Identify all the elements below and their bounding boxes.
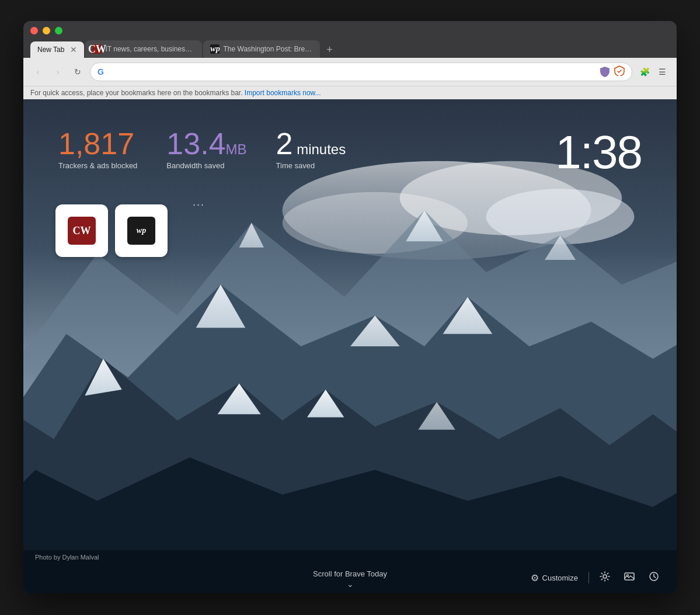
address-bar-row: ‹ › ↻ G 🧩 ☰ <box>23 58 677 86</box>
three-dots-menu[interactable]: ··· <box>193 199 205 211</box>
tab-wp-label: The Washington Post: Breaking New... <box>223 45 313 53</box>
browser-window: New Tab ✕ CW IT news, careers, business … <box>23 21 677 593</box>
customize-button[interactable]: ⚙ Customize <box>525 569 584 587</box>
scroll-brave-today[interactable]: Scroll for Brave Today ⌄ <box>313 569 387 589</box>
stat-bandwidth: 13.4MB Bandwidth saved <box>166 128 246 170</box>
scroll-down-arrow: ⌄ <box>347 579 354 589</box>
scroll-brave-label: Scroll for Brave Today <box>313 569 387 578</box>
clock-icon <box>649 571 659 584</box>
trackers-value: 1,817 <box>58 128 137 159</box>
cw-favicon: CW <box>92 44 102 54</box>
bandwidth-number: 13.4 <box>166 127 225 161</box>
time-value: 2 minutes <box>276 128 346 159</box>
tab-new-tab-label: New Tab <box>37 46 64 54</box>
bookmarks-bar: For quick access, place your bookmarks h… <box>23 86 677 99</box>
new-tab-page: 1,817 Trackers & ads blocked 13.4MB Band… <box>23 99 677 593</box>
back-button[interactable]: ‹ <box>30 64 46 79</box>
forward-button[interactable]: › <box>50 64 65 79</box>
stats-row: 1,817 Trackers & ads blocked 13.4MB Band… <box>58 128 346 170</box>
toolbar-icons: 🧩 ☰ <box>637 64 670 79</box>
stat-time: 2 minutes Time saved <box>276 128 346 170</box>
tab-cw-label: IT news, careers, business technolo... <box>105 45 195 53</box>
settings-button[interactable] <box>594 568 616 588</box>
clock: 1:38 <box>555 126 642 179</box>
cw-site-icon: CW <box>68 217 96 245</box>
speed-dial-wp[interactable]: wp <box>115 204 168 257</box>
stats-overlay: 1,817 Trackers & ads blocked 13.4MB Band… <box>58 128 346 170</box>
bandwidth-value: 13.4MB <box>166 128 246 159</box>
address-input[interactable] <box>107 67 595 77</box>
photo-credit: Photo by Dylan Malval <box>35 554 99 561</box>
image-icon <box>624 571 635 584</box>
tab-new-tab[interactable]: New Tab ✕ <box>30 41 84 58</box>
new-tab-button[interactable]: + <box>321 41 337 58</box>
time-number: 2 <box>276 127 293 161</box>
divider <box>588 572 589 583</box>
wallpaper-button[interactable] <box>618 568 640 588</box>
time-label: Time saved <box>276 161 346 170</box>
tab-close-icon[interactable]: ✕ <box>70 46 77 54</box>
trackers-label: Trackers & ads blocked <box>58 161 137 170</box>
import-bookmarks-link[interactable]: Import bookmarks now... <box>245 89 321 97</box>
sliders-icon: ⚙ <box>531 572 539 583</box>
extensions-icon[interactable]: 🧩 <box>637 64 652 79</box>
gear-icon <box>600 571 610 584</box>
reload-button[interactable]: ↻ <box>70 64 85 79</box>
history-button[interactable] <box>643 568 665 588</box>
time-unit: minutes <box>293 141 346 157</box>
bottom-actions: ⚙ Customize <box>525 568 665 588</box>
google-icon: G <box>97 67 104 77</box>
bandwidth-label: Bandwidth saved <box>166 161 246 170</box>
minimize-button[interactable] <box>43 27 50 34</box>
maximize-button[interactable] <box>55 27 62 34</box>
address-bar[interactable]: G <box>90 62 632 81</box>
brave-rewards-icon[interactable] <box>614 65 625 78</box>
customize-label: Customize <box>542 574 578 582</box>
wp-favicon: wp <box>210 44 220 54</box>
bookmarks-text: For quick access, place your bookmarks h… <box>30 89 243 97</box>
title-bar: New Tab ✕ CW IT news, careers, business … <box>23 21 677 58</box>
stat-trackers: 1,817 Trackers & ads blocked <box>58 128 137 170</box>
brave-shield-icon[interactable] <box>599 66 611 78</box>
speed-dial-cw[interactable]: CW <box>55 204 108 257</box>
tab-wp[interactable]: wp The Washington Post: Breaking New... <box>203 40 320 58</box>
close-button[interactable] <box>30 27 38 34</box>
traffic-lights <box>30 27 670 34</box>
bandwidth-unit: MB <box>226 141 247 157</box>
speed-dial: CW wp <box>55 204 168 257</box>
tabs-row: New Tab ✕ CW IT news, careers, business … <box>30 40 670 58</box>
tab-cw[interactable]: CW IT news, careers, business technolo..… <box>85 40 202 58</box>
svg-point-20 <box>603 575 607 578</box>
wp-site-icon: wp <box>127 217 155 245</box>
menu-icon[interactable]: ☰ <box>654 64 670 79</box>
